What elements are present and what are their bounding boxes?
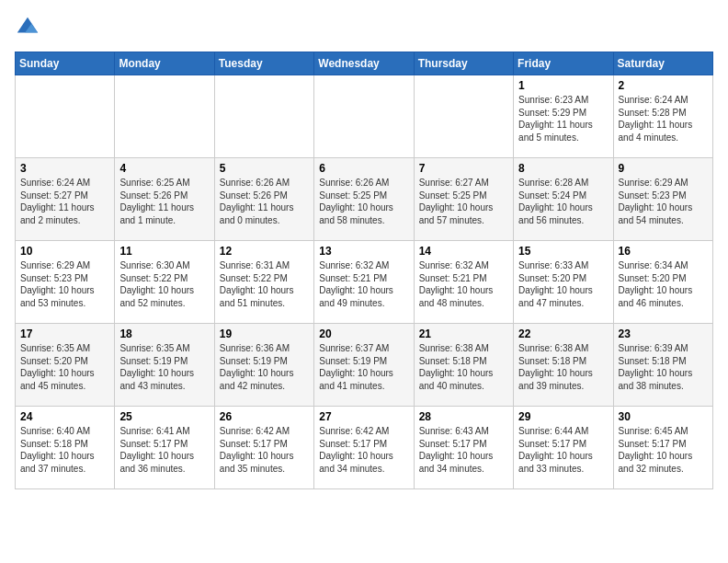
calendar-cell: 6Sunrise: 6:26 AM Sunset: 5:25 PM Daylig… <box>314 158 414 241</box>
day-info: Sunrise: 6:32 AM Sunset: 5:21 PM Dayligh… <box>319 259 408 309</box>
calendar-cell: 24Sunrise: 6:40 AM Sunset: 5:18 PM Dayli… <box>16 407 115 489</box>
calendar-cell: 20Sunrise: 6:37 AM Sunset: 5:19 PM Dayli… <box>314 324 414 407</box>
calendar-cell: 2Sunrise: 6:24 AM Sunset: 5:28 PM Daylig… <box>613 75 712 158</box>
day-info: Sunrise: 6:39 AM Sunset: 5:18 PM Dayligh… <box>619 342 708 392</box>
day-number: 5 <box>220 162 309 175</box>
calendar-cell: 12Sunrise: 6:31 AM Sunset: 5:22 PM Dayli… <box>214 241 313 324</box>
day-info: Sunrise: 6:29 AM Sunset: 5:23 PM Dayligh… <box>619 177 708 226</box>
calendar-cell <box>414 75 513 158</box>
weekday-header: Saturday <box>613 52 712 75</box>
calendar-cell: 10Sunrise: 6:29 AM Sunset: 5:23 PM Dayli… <box>16 241 115 324</box>
day-info: Sunrise: 6:31 AM Sunset: 5:22 PM Dayligh… <box>220 259 309 309</box>
calendar-week-row: 24Sunrise: 6:40 AM Sunset: 5:18 PM Dayli… <box>16 407 713 489</box>
calendar-week-row: 1Sunrise: 6:23 AM Sunset: 5:29 PM Daylig… <box>16 75 713 158</box>
day-number: 24 <box>20 410 109 423</box>
calendar-cell: 25Sunrise: 6:41 AM Sunset: 5:17 PM Dayli… <box>115 407 214 489</box>
day-number: 12 <box>220 245 309 258</box>
day-number: 2 <box>619 79 708 92</box>
day-number: 19 <box>220 327 309 340</box>
day-number: 29 <box>518 410 608 423</box>
day-number: 18 <box>119 327 209 340</box>
day-info: Sunrise: 6:32 AM Sunset: 5:21 PM Dayligh… <box>419 259 508 309</box>
day-info: Sunrise: 6:35 AM Sunset: 5:19 PM Dayligh… <box>119 342 209 392</box>
day-number: 21 <box>419 327 508 340</box>
day-info: Sunrise: 6:30 AM Sunset: 5:22 PM Dayligh… <box>119 259 209 309</box>
day-number: 8 <box>518 162 608 175</box>
day-number: 15 <box>518 245 608 258</box>
calendar-cell: 29Sunrise: 6:44 AM Sunset: 5:17 PM Dayli… <box>514 407 613 489</box>
day-info: Sunrise: 6:45 AM Sunset: 5:17 PM Dayligh… <box>619 425 708 475</box>
day-number: 23 <box>619 327 708 340</box>
calendar-cell: 22Sunrise: 6:38 AM Sunset: 5:18 PM Dayli… <box>514 324 613 407</box>
day-number: 26 <box>220 410 309 423</box>
day-number: 22 <box>518 327 608 340</box>
calendar-cell: 13Sunrise: 6:32 AM Sunset: 5:21 PM Dayli… <box>314 241 414 324</box>
day-info: Sunrise: 6:44 AM Sunset: 5:17 PM Dayligh… <box>518 425 608 475</box>
day-info: Sunrise: 6:26 AM Sunset: 5:26 PM Dayligh… <box>220 177 309 226</box>
calendar-cell: 30Sunrise: 6:45 AM Sunset: 5:17 PM Dayli… <box>613 407 712 489</box>
calendar-cell: 28Sunrise: 6:43 AM Sunset: 5:17 PM Dayli… <box>414 407 513 489</box>
calendar-cell: 5Sunrise: 6:26 AM Sunset: 5:26 PM Daylig… <box>214 158 313 241</box>
calendar-cell <box>214 75 313 158</box>
day-number: 3 <box>20 162 109 175</box>
calendar-week-row: 17Sunrise: 6:35 AM Sunset: 5:20 PM Dayli… <box>16 324 713 407</box>
logo-icon <box>15 15 40 40</box>
page-header <box>15 15 713 40</box>
day-info: Sunrise: 6:42 AM Sunset: 5:17 PM Dayligh… <box>319 425 408 475</box>
calendar-cell: 11Sunrise: 6:30 AM Sunset: 5:22 PM Dayli… <box>115 241 214 324</box>
calendar-cell: 27Sunrise: 6:42 AM Sunset: 5:17 PM Dayli… <box>314 407 414 489</box>
day-number: 11 <box>119 245 209 258</box>
day-number: 1 <box>518 79 608 92</box>
day-info: Sunrise: 6:35 AM Sunset: 5:20 PM Dayligh… <box>20 342 109 392</box>
calendar-header: SundayMondayTuesdayWednesdayThursdayFrid… <box>16 52 713 75</box>
weekday-header: Thursday <box>414 52 513 75</box>
day-info: Sunrise: 6:28 AM Sunset: 5:24 PM Dayligh… <box>518 177 608 226</box>
day-number: 4 <box>119 162 209 175</box>
day-info: Sunrise: 6:25 AM Sunset: 5:26 PM Dayligh… <box>119 177 209 226</box>
day-info: Sunrise: 6:26 AM Sunset: 5:25 PM Dayligh… <box>319 177 408 226</box>
day-info: Sunrise: 6:41 AM Sunset: 5:17 PM Dayligh… <box>119 425 209 475</box>
weekday-header: Friday <box>514 52 613 75</box>
calendar-week-row: 10Sunrise: 6:29 AM Sunset: 5:23 PM Dayli… <box>16 241 713 324</box>
day-info: Sunrise: 6:34 AM Sunset: 5:20 PM Dayligh… <box>619 259 708 309</box>
calendar-cell <box>314 75 414 158</box>
day-info: Sunrise: 6:36 AM Sunset: 5:19 PM Dayligh… <box>220 342 309 392</box>
day-number: 27 <box>319 410 408 423</box>
calendar-cell: 18Sunrise: 6:35 AM Sunset: 5:19 PM Dayli… <box>115 324 214 407</box>
calendar-cell: 9Sunrise: 6:29 AM Sunset: 5:23 PM Daylig… <box>613 158 712 241</box>
day-number: 14 <box>419 245 508 258</box>
day-info: Sunrise: 6:37 AM Sunset: 5:19 PM Dayligh… <box>319 342 408 392</box>
day-info: Sunrise: 6:33 AM Sunset: 5:20 PM Dayligh… <box>518 259 608 309</box>
day-info: Sunrise: 6:24 AM Sunset: 5:27 PM Dayligh… <box>20 177 109 226</box>
weekday-header: Monday <box>115 52 214 75</box>
calendar-cell: 17Sunrise: 6:35 AM Sunset: 5:20 PM Dayli… <box>16 324 115 407</box>
logo <box>15 15 44 40</box>
calendar-cell: 1Sunrise: 6:23 AM Sunset: 5:29 PM Daylig… <box>514 75 613 158</box>
day-number: 13 <box>319 245 408 258</box>
calendar-cell: 15Sunrise: 6:33 AM Sunset: 5:20 PM Dayli… <box>514 241 613 324</box>
calendar-week-row: 3Sunrise: 6:24 AM Sunset: 5:27 PM Daylig… <box>16 158 713 241</box>
day-info: Sunrise: 6:29 AM Sunset: 5:23 PM Dayligh… <box>20 259 109 309</box>
day-number: 10 <box>20 245 109 258</box>
day-info: Sunrise: 6:38 AM Sunset: 5:18 PM Dayligh… <box>419 342 508 392</box>
calendar-body: 1Sunrise: 6:23 AM Sunset: 5:29 PM Daylig… <box>16 75 713 489</box>
day-number: 16 <box>619 245 708 258</box>
calendar-cell: 8Sunrise: 6:28 AM Sunset: 5:24 PM Daylig… <box>514 158 613 241</box>
weekday-header: Tuesday <box>214 52 313 75</box>
calendar-cell: 23Sunrise: 6:39 AM Sunset: 5:18 PM Dayli… <box>613 324 712 407</box>
day-info: Sunrise: 6:27 AM Sunset: 5:25 PM Dayligh… <box>419 177 508 226</box>
weekday-header: Wednesday <box>314 52 414 75</box>
day-info: Sunrise: 6:42 AM Sunset: 5:17 PM Dayligh… <box>220 425 309 475</box>
day-number: 28 <box>419 410 508 423</box>
day-number: 7 <box>419 162 508 175</box>
day-number: 20 <box>319 327 408 340</box>
day-number: 25 <box>119 410 209 423</box>
calendar-cell: 4Sunrise: 6:25 AM Sunset: 5:26 PM Daylig… <box>115 158 214 241</box>
calendar-cell: 7Sunrise: 6:27 AM Sunset: 5:25 PM Daylig… <box>414 158 513 241</box>
calendar-table: SundayMondayTuesdayWednesdayThursdayFrid… <box>15 52 713 489</box>
calendar-cell: 26Sunrise: 6:42 AM Sunset: 5:17 PM Dayli… <box>214 407 313 489</box>
calendar-cell: 21Sunrise: 6:38 AM Sunset: 5:18 PM Dayli… <box>414 324 513 407</box>
calendar-cell <box>115 75 214 158</box>
day-info: Sunrise: 6:40 AM Sunset: 5:18 PM Dayligh… <box>20 425 109 475</box>
calendar-cell <box>16 75 115 158</box>
